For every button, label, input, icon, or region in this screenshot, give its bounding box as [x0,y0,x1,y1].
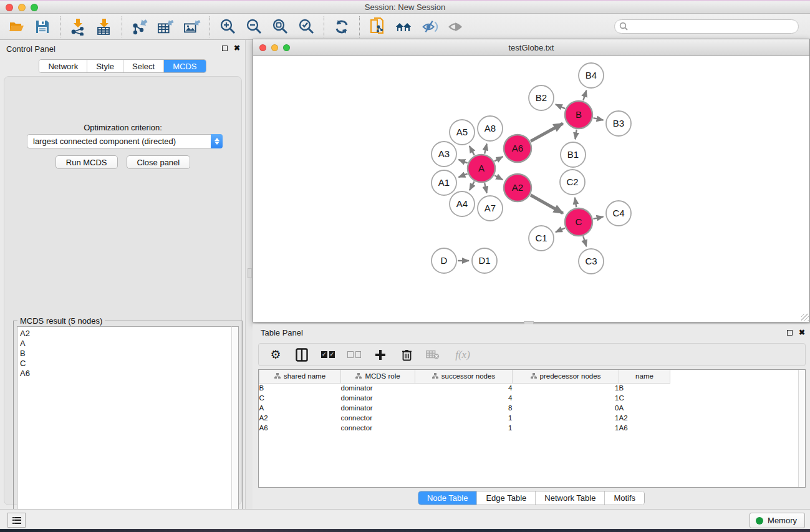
table-cell[interactable]: 0 [513,403,619,413]
table-row[interactable]: Bdominator41B [259,383,670,393]
graph-edge-A-A8[interactable] [485,143,487,153]
graph-node-C[interactable]: C [565,208,592,236]
mcds-result-item[interactable]: A [20,339,232,349]
table-cell[interactable]: A [259,403,341,413]
table-cell[interactable]: 1 [415,413,513,423]
zoom-fit-icon[interactable] [271,18,289,36]
unselect-all-columns-icon[interactable] [347,347,361,362]
float-panel-icon[interactable] [787,330,793,336]
table-cell[interactable]: dominator [341,403,415,413]
graph-node-C3[interactable]: C3 [579,249,604,274]
table-cell[interactable]: B [259,383,341,393]
table-cell[interactable]: 8 [415,403,513,413]
first-neighbors-icon[interactable] [395,18,412,36]
graph-edge-A6-B[interactable] [531,123,563,141]
table-cell[interactable]: 1 [513,423,619,433]
graph-edge-A-A5[interactable] [470,146,475,155]
save-session-icon[interactable] [34,18,51,36]
clone-network-icon[interactable] [369,18,386,36]
graph-edge-B-B2[interactable] [556,104,565,109]
graph-node-A8[interactable]: A8 [478,116,503,141]
table-cell[interactable]: connector [341,423,415,433]
task-history-button[interactable] [7,513,26,528]
run-mcds-button[interactable]: Run MCDS [55,155,118,169]
table-row[interactable]: A2connector11A2 [259,413,670,423]
search-input[interactable] [614,19,799,34]
network-window-titlebar[interactable]: testGlobe.txt [253,39,809,56]
graph-node-A3[interactable]: A3 [432,142,456,167]
tab-motifs[interactable]: Motifs [604,491,644,505]
float-panel-icon[interactable] [222,46,228,51]
minimize-window-button[interactable] [18,4,26,11]
table-row[interactable]: Adominator80A [259,403,670,413]
table-cell[interactable]: dominator [341,383,415,393]
tab-select[interactable]: Select [123,60,163,72]
mcds-result-list[interactable]: A2ABCA6 [17,326,233,531]
memory-button[interactable]: Memory [750,513,805,528]
criterion-dropdown[interactable]: largest connected component (directed) [27,134,223,148]
graph-node-B1[interactable]: B1 [561,142,586,167]
create-column-plus-icon[interactable] [374,347,387,362]
tab-network[interactable]: Network [39,60,87,72]
graph-node-B3[interactable]: B3 [606,111,631,136]
table-cell[interactable]: A [619,403,670,413]
zoom-window-button[interactable] [31,4,38,11]
close-panel-icon[interactable]: ✖ [799,329,805,336]
table-cell[interactable]: A2 [259,413,341,423]
hide-selected-icon[interactable] [421,18,438,36]
graph-edge-A-A1[interactable] [458,174,467,177]
graph-edge-C-C4[interactable] [593,216,603,219]
export-network-icon[interactable] [131,18,148,36]
export-table-icon[interactable] [157,18,175,36]
network-close-button[interactable] [259,44,266,51]
table-cell[interactable]: 1 [513,413,619,423]
graph-edge-B-B1[interactable] [575,130,576,139]
graph-edge-B-B3[interactable] [593,118,603,120]
graph-edge-A-A4[interactable] [470,181,475,190]
table-scrollbar[interactable] [798,370,805,487]
table-settings-gear-icon[interactable]: ⚙ [269,347,282,362]
table-cell[interactable]: A2 [619,413,670,423]
graph-edge-C-C3[interactable] [583,236,586,246]
show-all-icon[interactable] [447,18,465,36]
mcds-result-scrollbar[interactable] [231,326,239,531]
tab-network-table[interactable]: Network Table [535,491,604,505]
graph-node-A7[interactable]: A7 [478,196,503,221]
zoom-out-icon[interactable] [245,18,263,36]
refresh-layout-icon[interactable] [333,18,350,36]
zoom-in-icon[interactable] [219,18,236,36]
close-panel-button[interactable]: Close panel [127,155,191,169]
table-cell[interactable]: C [619,393,670,403]
graph-node-B[interactable]: B [565,101,592,128]
delete-column-trash-icon[interactable] [400,347,413,362]
close-window-button[interactable] [6,4,13,11]
pane-divider-vertical[interactable] [248,268,252,278]
graph-node-A4[interactable]: A4 [450,191,475,216]
graph-node-A[interactable]: A [468,155,495,182]
column-header-successor-nodes[interactable]: successor nodes [415,370,513,383]
table-row[interactable]: Cdominator41C [259,393,670,403]
column-header-shared-name[interactable]: shared name [259,370,341,383]
graph-edge-C-C2[interactable] [575,198,576,208]
close-panel-icon[interactable]: ✖ [234,44,240,52]
tab-node-table[interactable]: Node Table [418,491,477,505]
graph-node-D[interactable]: D [432,248,456,273]
window-resize-grip[interactable] [801,314,809,321]
tab-mcds[interactable]: MCDS [163,60,205,72]
graph-node-B2[interactable]: B2 [529,85,554,110]
column-header-predecessor-nodes[interactable]: predecessor nodes [513,370,619,383]
graph-edge-A-A3[interactable] [458,160,467,163]
show-columns-icon[interactable] [295,347,309,362]
table-row[interactable]: A6connector11A6 [259,423,670,433]
graph-edge-A2-C[interactable] [531,195,563,213]
graph-edge-C-C1[interactable] [556,228,565,233]
select-all-columns-icon[interactable]: ✓✓ [321,347,335,362]
graph-node-A6[interactable]: A6 [504,135,531,162]
network-zoom-button[interactable] [283,44,290,51]
import-network-icon[interactable] [69,18,87,36]
graph-node-A2[interactable]: A2 [504,174,531,201]
open-session-icon[interactable] [7,18,25,36]
graph-edge-B-B4[interactable] [583,90,586,100]
mcds-result-item[interactable]: C [20,359,232,369]
graph-node-C1[interactable]: C1 [529,226,554,251]
